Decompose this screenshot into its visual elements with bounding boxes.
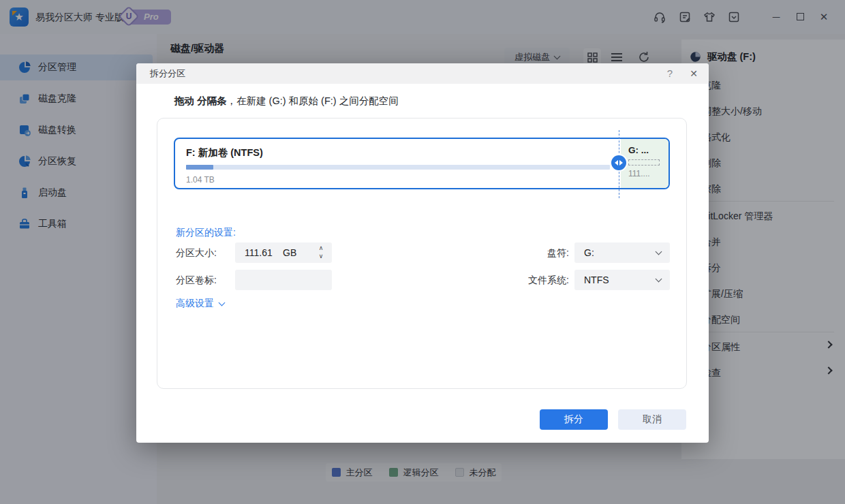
instruction-rest: ，在新建 (G:) 和原始 (F:) 之间分配空间 [227, 95, 399, 106]
arrow-right-icon [619, 160, 623, 166]
chevron-down-icon [219, 300, 226, 306]
dialog-instruction: 拖动 分隔条，在新建 (G:) 和原始 (F:) 之间分配空间 [174, 95, 399, 108]
cancel-button[interactable]: 取消 [618, 409, 686, 430]
advanced-settings-toggle[interactable]: 高级设置 [176, 298, 224, 310]
filesystem-dropdown[interactable]: NTFS [574, 270, 670, 290]
source-partition-label: F: 新加卷 (NTFS) [186, 146, 610, 159]
partition-size-value: 111.61 [245, 242, 273, 263]
drive-letter-dropdown[interactable]: G: [574, 242, 670, 263]
volume-label-input[interactable] [235, 270, 332, 290]
usage-track [186, 165, 610, 170]
usage-fill [186, 165, 213, 170]
new-partition-settings-heading: 新分区的设置: [176, 227, 236, 239]
arrow-left-icon [615, 160, 618, 166]
split-confirm-button[interactable]: 拆分 [540, 409, 608, 430]
instruction-bold: 拖动 分隔条 [174, 95, 227, 106]
advanced-settings-label: 高级设置 [176, 298, 214, 310]
source-partition-section[interactable]: F: 新加卷 (NTFS) 1.04 TB [175, 139, 621, 188]
dialog-title: 拆分分区 [150, 63, 185, 84]
filesystem-value: NTFS [584, 270, 609, 290]
new-partition-section[interactable]: G: ... 111.... [621, 139, 669, 188]
drive-letter-value: G: [584, 242, 594, 263]
size-stepper[interactable]: ∧∨ [317, 244, 325, 262]
partition-size-unit: GB [283, 242, 296, 263]
dialog-close-button[interactable]: ✕ [686, 63, 702, 84]
source-partition-size: 1.04 TB [186, 175, 610, 185]
volume-label-label: 分区卷标: [176, 270, 217, 290]
drive-letter-label: 盘符: [504, 242, 569, 263]
filesystem-label: 文件系统: [504, 270, 569, 290]
chevron-down-icon [656, 249, 662, 255]
help-button[interactable]: ? [662, 63, 677, 84]
partition-bar: F: 新加卷 (NTFS) 1.04 TB G: ... 111.... [174, 138, 670, 189]
dialog-header: 拆分分区 ? ✕ [136, 63, 709, 84]
partition-size-input[interactable]: 111.61 GB ∧∨ [235, 242, 332, 263]
new-partition-label: G: ... [628, 145, 669, 155]
new-partition-size: 111.... [628, 169, 669, 178]
chevron-down-icon [656, 276, 662, 283]
new-partition-empty-gauge [628, 159, 660, 166]
split-drag-handle[interactable] [611, 155, 626, 170]
partition-size-label: 分区大小: [176, 242, 217, 263]
split-partition-dialog: 拆分分区 ? ✕ 拖动 分隔条，在新建 (G:) 和原始 (F:) 之间分配空间… [136, 63, 709, 443]
volume-label-field [235, 270, 332, 290]
